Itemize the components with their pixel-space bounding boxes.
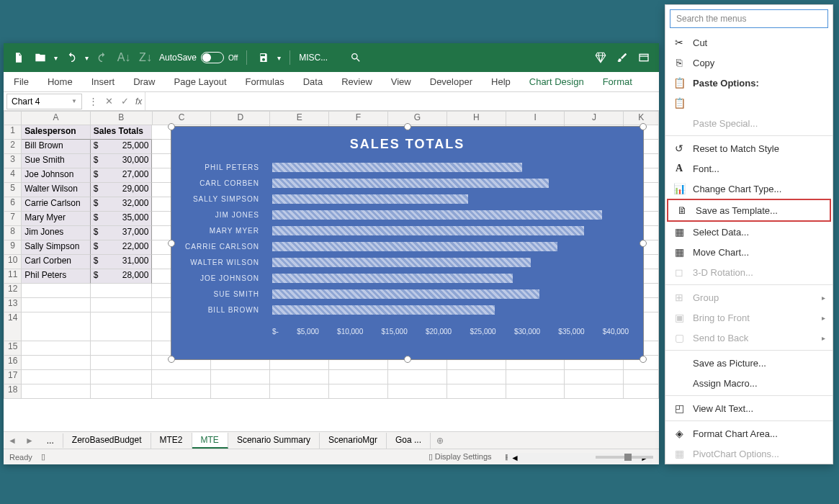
empty-cell[interactable]	[506, 370, 565, 384]
save-icon[interactable]	[256, 50, 272, 66]
empty-cell[interactable]	[91, 341, 153, 356]
resize-handle[interactable]	[640, 240, 647, 247]
empty-cell[interactable]	[91, 370, 153, 384]
empty-cell[interactable]	[211, 370, 270, 384]
row-header[interactable]: 17	[4, 370, 22, 384]
table-cell[interactable]: $31,000	[91, 255, 153, 269]
tab-nav-prev[interactable]: ◄	[4, 436, 21, 446]
table-cell[interactable]: $29,000	[91, 183, 153, 197]
empty-cell[interactable]	[565, 384, 624, 399]
empty-cell[interactable]	[91, 298, 153, 312]
table-cell[interactable]: Jim Jones	[22, 226, 90, 240]
menu-data[interactable]: Data	[300, 75, 326, 89]
table-cell[interactable]: $22,000	[91, 240, 153, 255]
col-header-e[interactable]: E	[270, 111, 329, 125]
table-cell[interactable]: Sally Simpson	[22, 240, 90, 255]
resize-handle[interactable]	[168, 123, 175, 130]
empty-cell[interactable]	[211, 384, 270, 399]
col-header-h[interactable]: H	[447, 111, 506, 125]
menu-move-chart[interactable]: ▦Move Chart...	[665, 242, 833, 262]
sheet-tab[interactable]: MTE2	[151, 433, 192, 449]
row-header[interactable]: 1	[4, 125, 22, 140]
table-cell[interactable]: $28,000	[91, 269, 153, 284]
row-header[interactable]: 15	[4, 341, 22, 356]
table-cell[interactable]: Walter Wilson	[22, 183, 90, 197]
menu-save-as-picture[interactable]: Save as Picture...	[665, 353, 833, 373]
menu-help[interactable]: Help	[488, 75, 513, 89]
menu-copy[interactable]: ⎘Copy	[665, 53, 833, 73]
table-cell[interactable]: $30,000	[91, 154, 153, 168]
brush-icon[interactable]	[614, 50, 630, 66]
resize-handle[interactable]	[640, 356, 647, 363]
sheet-tab[interactable]: MTE	[192, 433, 228, 449]
col-header-d[interactable]: D	[211, 111, 270, 125]
row-header[interactable]: 12	[4, 284, 22, 298]
empty-cell[interactable]	[270, 384, 329, 399]
table-cell[interactable]: $37,000	[91, 226, 153, 240]
sheet-tab[interactable]: Scenario Summary	[228, 433, 320, 449]
row-header[interactable]: 8	[4, 226, 22, 240]
search-icon[interactable]	[348, 50, 364, 66]
empty-cell[interactable]	[388, 370, 447, 384]
col-header-g[interactable]: G	[388, 111, 447, 125]
menu-change-chart-type[interactable]: 📊Change Chart Type...	[665, 179, 833, 199]
empty-cell[interactable]	[22, 284, 90, 298]
menu-draw[interactable]: Draw	[130, 75, 158, 89]
menu-page-layout[interactable]: Page Layout	[171, 75, 230, 89]
menu-view[interactable]: View	[388, 75, 414, 89]
table-cell[interactable]: Carrie Carlson	[22, 197, 90, 212]
resize-handle[interactable]	[404, 356, 411, 363]
sort-icon[interactable]: A↓	[116, 50, 132, 66]
toggle-switch[interactable]	[201, 52, 224, 63]
row-header[interactable]: 5	[4, 183, 22, 197]
empty-cell[interactable]	[91, 384, 153, 399]
row-header[interactable]: 18	[4, 384, 22, 399]
chart-object[interactable]: SALES TOTALS PHIL PETERSCARL CORBENSALLY…	[171, 126, 644, 360]
table-header-cell[interactable]: Sales Totals	[91, 125, 153, 140]
sheet-tab[interactable]: ZeroBasedBudget	[63, 433, 151, 449]
drag-handle-icon[interactable]: ⋮	[85, 94, 101, 109]
table-cell[interactable]: $32,000	[91, 197, 153, 212]
row-header[interactable]: 14	[4, 312, 22, 341]
row-header[interactable]: 13	[4, 298, 22, 312]
row-header[interactable]: 16	[4, 356, 22, 370]
menu-format-chart-area[interactable]: ◈Format Chart Area...	[665, 423, 833, 444]
undo-icon[interactable]	[63, 50, 79, 66]
formula-input[interactable]	[145, 92, 659, 110]
sheet-tab[interactable]: ScenarioMgr	[320, 433, 387, 449]
empty-cell[interactable]	[329, 384, 388, 399]
empty-cell[interactable]	[565, 370, 624, 384]
table-cell[interactable]: Carl Corben	[22, 255, 90, 269]
row-header[interactable]: 11	[4, 269, 22, 284]
empty-cell[interactable]	[91, 356, 153, 370]
menu-file[interactable]: File	[11, 75, 32, 89]
table-cell[interactable]: Sue Smith	[22, 154, 90, 168]
empty-cell[interactable]	[91, 312, 153, 341]
table-header-cell[interactable]: Salesperson	[22, 125, 90, 140]
empty-cell[interactable]	[22, 341, 90, 356]
col-header-a[interactable]: A	[22, 111, 90, 125]
open-folder-icon[interactable]	[32, 50, 48, 66]
menu-format[interactable]: Format	[600, 75, 635, 89]
empty-cell[interactable]	[447, 370, 506, 384]
col-header-f[interactable]: F	[329, 111, 388, 125]
row-header[interactable]: 3	[4, 154, 22, 168]
empty-cell[interactable]	[506, 384, 565, 399]
menu-developer[interactable]: Developer	[427, 75, 475, 89]
table-cell[interactable]: Phil Peters	[22, 269, 90, 284]
resize-handle[interactable]	[640, 123, 647, 130]
empty-cell[interactable]	[22, 312, 90, 341]
sheet-tab[interactable]: Goa ...	[387, 433, 431, 449]
empty-cell[interactable]	[447, 384, 506, 399]
spreadsheet-grid[interactable]: A B C D E F G H I J K 1SalespersonSales …	[4, 111, 659, 431]
empty-cell[interactable]	[388, 384, 447, 399]
add-sheet-button[interactable]: ⊕	[431, 436, 449, 446]
table-cell[interactable]: Bill Brown	[22, 140, 90, 154]
menu-chart-design[interactable]: Chart Design	[526, 75, 587, 89]
window-icon[interactable]	[636, 50, 652, 66]
select-all-corner[interactable]	[4, 111, 22, 125]
menu-formulas[interactable]: Formulas	[243, 75, 287, 89]
menu-home[interactable]: Home	[45, 75, 76, 89]
menu-cut[interactable]: ✂Cut	[665, 32, 833, 53]
menu-font[interactable]: AFont...	[665, 158, 833, 179]
